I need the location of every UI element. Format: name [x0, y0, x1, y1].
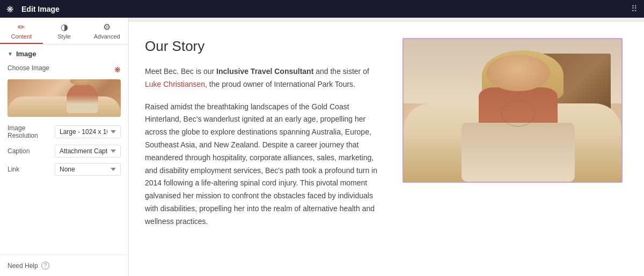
tab-content[interactable]: ✏ Content [0, 18, 43, 44]
caption-label: Caption [8, 147, 50, 155]
necklace [501, 100, 535, 126]
top-strip [129, 18, 644, 22]
top-bar-left: ❋ Edit Image [6, 4, 60, 14]
page-title: Edit Image [21, 5, 60, 13]
image-preview[interactable] [8, 79, 121, 117]
resolution-field-row: Image Resolution Large - 1024 x 102 [8, 124, 121, 139]
person-preview [67, 83, 98, 113]
choose-image-row: Choose Image ❋ [8, 64, 121, 75]
tab-style[interactable]: ◑ Style [43, 18, 86, 44]
page-preview: Our Story Meet Bec. Bec is our Inclusive… [129, 22, 644, 276]
resolution-label: Image Resolution [8, 124, 50, 139]
need-help-section[interactable]: Need Help ? [0, 255, 128, 276]
link-select[interactable]: None [55, 163, 121, 176]
top-bar: ❋ Edit Image ⠿ [0, 0, 644, 18]
resolution-select[interactable]: Large - 1024 x 102 [55, 125, 121, 138]
link-field-row: Link None [8, 163, 121, 176]
sidebar-tabs: ✏ Content ◑ Style ⚙ Advanced [0, 18, 128, 44]
app-logo-icon: ❋ [6, 4, 16, 14]
story-title: Our Story [145, 38, 381, 55]
tab-advanced[interactable]: ⚙ Advanced [85, 18, 128, 44]
main-layout: ✏ Content ◑ Style ⚙ Advanced ▼ Image Cho… [0, 18, 644, 276]
choose-image-icon[interactable]: ❋ [114, 65, 121, 74]
advanced-tab-icon: ⚙ [103, 22, 111, 32]
link-label: Link [8, 166, 50, 173]
main-image[interactable] [402, 38, 623, 183]
caption-field-row: Caption Attachment Captic [8, 145, 121, 158]
luke-link[interactable]: Luke Christiansen [145, 80, 205, 88]
help-icon: ? [41, 262, 49, 270]
head-preview [70, 79, 95, 85]
choose-image-label: Choose Image [8, 64, 49, 72]
story-paragraph2: Raised amidst the breathtaking landscape… [145, 101, 381, 228]
sidebar: ✏ Content ◑ Style ⚙ Advanced ▼ Image Cho… [0, 18, 129, 276]
need-help-label: Need Help [8, 262, 38, 270]
legs [462, 123, 575, 182]
collapse-handle[interactable]: ‹ [128, 136, 129, 158]
image-section-header[interactable]: ▼ Image [8, 50, 121, 58]
content-area: Our Story Meet Bec. Bec is our Inclusive… [129, 18, 644, 276]
person-figure [462, 50, 575, 182]
caption-select[interactable]: Attachment Captic [55, 145, 121, 158]
content-tab-icon: ✏ [18, 22, 25, 32]
style-tab-icon: ◑ [61, 22, 68, 32]
head [486, 55, 550, 92]
couch-preview [8, 96, 121, 117]
grid-icon[interactable]: ⠿ [631, 4, 638, 14]
main-image-bg [404, 39, 621, 182]
text-section: Our Story Meet Bec. Bec is our Inclusive… [145, 38, 381, 238]
story-paragraph1: Meet Bec. Bec is our Inclusive Travel Co… [145, 65, 381, 91]
sidebar-content: ▼ Image Choose Image ❋ [0, 44, 128, 255]
chevron-down-icon: ▼ [8, 51, 13, 57]
image-preview-inner [8, 79, 121, 117]
image-section [402, 38, 623, 183]
